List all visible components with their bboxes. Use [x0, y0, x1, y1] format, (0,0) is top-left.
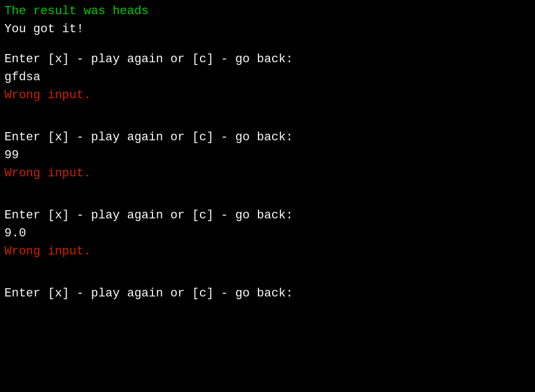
input-line-3: 9.0	[4, 224, 531, 242]
prompt-line-2: Enter [x] - play again or [c] - go back:	[4, 128, 531, 146]
you-got-it-line: You got it!	[4, 20, 531, 38]
prompt-line-4: Enter [x] - play again or [c] - go back:	[4, 284, 531, 302]
result-line: The result was heads	[4, 2, 531, 20]
wrong-input-1: Wrong input.	[4, 86, 531, 104]
input-line-2: 99	[4, 146, 531, 164]
prompt-line-3: Enter [x] - play again or [c] - go back:	[4, 206, 531, 224]
wrong-input-3: Wrong input.	[4, 242, 531, 260]
terminal-container: The result was heads You got it! Enter […	[4, 2, 531, 302]
input-line-1: gfdsa	[4, 68, 531, 86]
prompt-line-1: Enter [x] - play again or [c] - go back:	[4, 50, 531, 68]
wrong-input-2: Wrong input.	[4, 164, 531, 182]
